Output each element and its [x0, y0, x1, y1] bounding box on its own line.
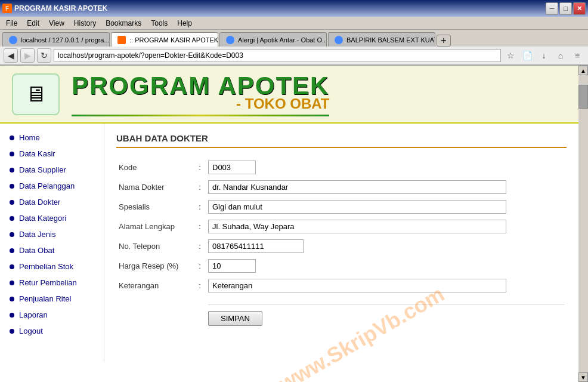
sidebar-item-kasir[interactable]: Data Kasir — [0, 146, 104, 162]
label-spesialis: Spesialis — [116, 197, 194, 217]
menu-icon[interactable]: ≡ — [570, 48, 584, 63]
menu-history[interactable]: History — [69, 18, 101, 29]
download-icon[interactable]: ↓ — [537, 48, 551, 63]
new-tab-button[interactable]: + — [437, 35, 451, 47]
field-kode — [206, 158, 567, 177]
sidebar-item-retur[interactable]: Retur Pembelian — [0, 275, 104, 291]
title-bar: F PROGRAM KASIR APOTEK ─ □ ✕ — [0, 0, 588, 17]
scrollbar: ▲ ▼ — [578, 66, 588, 382]
sidebar-item-pelanggan[interactable]: Data Pelanggan — [0, 178, 104, 194]
sidebar-item-jenis[interactable]: Data Jenis — [0, 226, 104, 242]
input-nama[interactable] — [208, 180, 506, 194]
form-row-keterangan: Keterangan : — [116, 276, 567, 295]
sidebar-item-obat[interactable]: Data Obat — [0, 242, 104, 258]
tab-favicon-3 — [335, 36, 343, 44]
menu-edit[interactable]: Edit — [22, 18, 44, 29]
sidebar-label-dokter: Data Dokter — [19, 198, 60, 207]
input-telepon[interactable] — [208, 239, 304, 253]
sidebar-label-kategori: Data Kategori — [19, 214, 67, 223]
scroll-track — [578, 109, 588, 372]
title-bar-buttons: ─ □ ✕ — [546, 2, 586, 15]
header-subtitle: - TOKO OBAT — [72, 96, 329, 112]
label-harga: Harga Resep (%) — [116, 256, 194, 276]
page-icon[interactable]: 📄 — [520, 48, 534, 63]
menu-bookmarks[interactable]: Bookmarks — [101, 18, 146, 29]
bookmark-star-icon[interactable]: ☆ — [503, 48, 518, 63]
scroll-thumb[interactable] — [578, 85, 588, 109]
tab-1[interactable]: :: PROGRAM KASIR APOTEK - 3 L... ✕ — [111, 32, 218, 47]
bullet-icon — [10, 135, 14, 140]
tab-label-1: :: PROGRAM KASIR APOTEK - 3 L... — [129, 36, 218, 44]
page-layout: www.SkripVb.com Home Data Kasir Data Sup… — [0, 124, 578, 362]
sidebar-item-dokter[interactable]: Data Dokter — [0, 194, 104, 210]
label-alamat: Alamat Lengkap — [116, 217, 194, 236]
sidebar-label-pembelian: Pembelian Stok — [19, 262, 73, 271]
bullet-icon — [10, 264, 14, 269]
form-table: Kode : Nama Dokter : — [116, 158, 567, 329]
bullet-icon — [10, 297, 14, 301]
page-content: 🖥 PROGRAM APOTEK - TOKO OBAT www.SkripVb… — [0, 66, 578, 382]
tab-label-0: localhost / 127.0.0.1 / progra... — [21, 36, 110, 44]
refresh-button[interactable]: ↻ — [37, 48, 51, 63]
save-button[interactable]: SIMPAN — [208, 311, 262, 326]
label-kode: Kode — [116, 158, 194, 177]
sidebar-item-logout[interactable]: Logout — [0, 323, 104, 339]
colon-nama: : — [194, 177, 206, 197]
menu-tools[interactable]: Tools — [146, 18, 172, 29]
tab-favicon-2 — [226, 36, 234, 44]
empty-cell-2 — [194, 295, 206, 329]
sidebar-item-penjualan[interactable]: Penjualan Ritel — [0, 291, 104, 307]
forward-button[interactable]: ▶ — [20, 48, 35, 63]
tab-0[interactable]: localhost / 127.0.0.1 / progra... ✕ — [2, 32, 110, 47]
home-icon[interactable]: ⌂ — [553, 48, 568, 63]
close-button[interactable]: ✕ — [573, 2, 586, 15]
field-alamat — [206, 217, 567, 236]
empty-cell — [116, 295, 194, 329]
maximize-button[interactable]: □ — [559, 2, 572, 15]
tab-bar: localhost / 127.0.0.1 / progra... ✕ :: P… — [0, 30, 588, 47]
scroll-up-button[interactable]: ▲ — [578, 66, 588, 75]
bullet-icon — [10, 152, 14, 156]
sidebar-item-laporan[interactable]: Laporan — [0, 307, 104, 323]
label-telepon: No. Telepon — [116, 236, 194, 256]
menu-view[interactable]: View — [44, 18, 69, 29]
sidebar-label-home: Home — [19, 133, 40, 142]
sidebar-label-kasir: Data Kasir — [19, 149, 55, 158]
back-button[interactable]: ◀ — [4, 48, 18, 63]
input-kode[interactable] — [208, 161, 256, 174]
sidebar-label-logout: Logout — [19, 326, 43, 335]
tab-3[interactable]: BALPIRIK BALSEM EXT KUAT ... ✕ — [328, 32, 435, 47]
menu-file[interactable]: File — [1, 18, 22, 29]
header-line — [72, 115, 329, 116]
address-bar: ◀ ▶ ↻ ☆ 📄 ↓ ⌂ ≡ — [0, 47, 588, 66]
address-input[interactable] — [54, 49, 501, 62]
header-title: PROGRAM APOTEK - TOKO OBAT — [72, 72, 329, 116]
sidebar-item-home[interactable]: Home — [0, 130, 104, 146]
header-logo: 🖥 — [12, 73, 60, 115]
field-nama — [206, 177, 567, 197]
button-cell: SIMPAN — [206, 295, 567, 329]
scroll-area: 🖥 PROGRAM APOTEK - TOKO OBAT www.SkripVb… — [0, 66, 588, 382]
input-harga[interactable] — [208, 259, 256, 273]
input-alamat[interactable] — [208, 220, 506, 233]
sidebar-item-pembelian[interactable]: Pembelian Stok — [0, 258, 104, 275]
menu-help[interactable]: Help — [172, 18, 197, 29]
input-keterangan[interactable] — [208, 279, 506, 292]
field-harga — [206, 256, 567, 276]
window-frame: F PROGRAM KASIR APOTEK ─ □ ✕ File Edit V… — [0, 0, 588, 382]
minimize-button[interactable]: ─ — [546, 2, 558, 15]
app-icon: F — [2, 4, 12, 13]
form-divider — [208, 304, 564, 305]
menu-bar: File Edit View History Bookmarks Tools H… — [0, 17, 588, 30]
bullet-icon — [10, 232, 14, 237]
input-spesialis[interactable] — [208, 200, 506, 214]
scroll-down-button[interactable]: ▼ — [578, 372, 588, 382]
sidebar-item-supplier[interactable]: Data Supplier — [0, 162, 104, 178]
sidebar-item-kategori[interactable]: Data Kategori — [0, 210, 104, 226]
tab-label-3: BALPIRIK BALSEM EXT KUAT ... — [346, 36, 435, 44]
sidebar-label-penjualan: Penjualan Ritel — [19, 294, 71, 303]
colon-spesialis: : — [194, 197, 206, 217]
tab-2[interactable]: Alergi | Apotik Antar - Obat O... ✕ — [219, 32, 327, 47]
field-spesialis — [206, 197, 567, 217]
field-keterangan — [206, 276, 567, 295]
